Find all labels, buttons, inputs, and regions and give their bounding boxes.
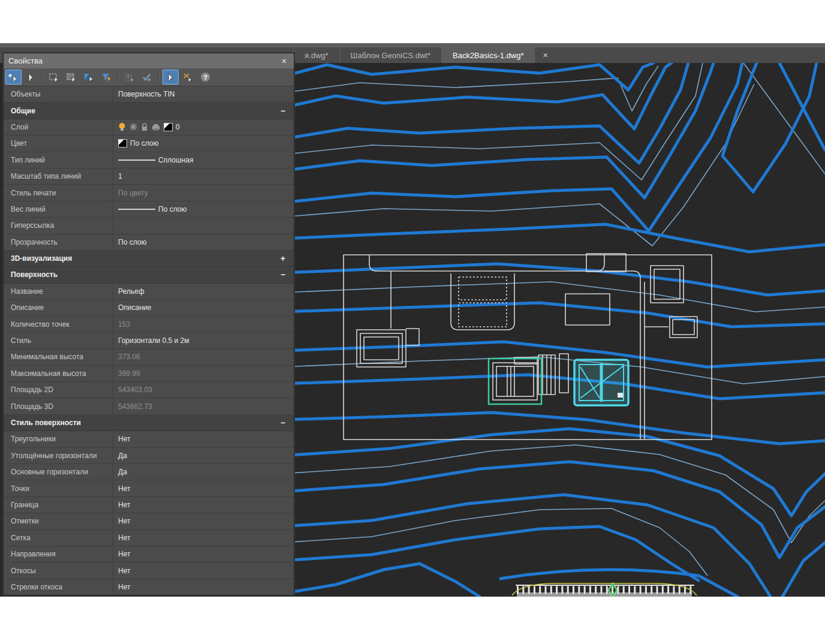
property-row-0-7: ПрозрачностьПо слою <box>4 234 294 251</box>
layer-lock-icon <box>141 123 148 131</box>
property-label: Точки <box>4 480 113 496</box>
toolbar-separator <box>118 72 119 83</box>
section-title: 3D-визуализация <box>11 254 281 263</box>
collapse-icon[interactable]: − <box>281 106 287 116</box>
property-value[interactable]: 543403.03 <box>113 382 294 398</box>
property-value[interactable]: Нет <box>113 546 294 562</box>
property-value[interactable]: 0 <box>113 119 294 135</box>
property-value[interactable]: По слою <box>113 234 294 250</box>
property-label: Максимальная высота <box>4 366 113 381</box>
property-value[interactable]: Да <box>113 464 294 480</box>
property-label: Вес линий <box>4 201 113 217</box>
property-value[interactable]: Рельеф <box>113 284 294 299</box>
property-label: Отметки <box>4 513 113 529</box>
property-label: Название <box>4 284 113 299</box>
collapse-icon[interactable]: − <box>281 270 287 279</box>
property-label: Слой <box>4 119 113 135</box>
property-row-2-7: Площадь 3D543682.73 <box>4 398 294 414</box>
selected-building-right[interactable] <box>574 360 628 405</box>
property-row-2-1: ОписаниеОписание <box>4 300 294 316</box>
property-value[interactable]: 399.99 <box>113 366 294 381</box>
layer-state-icons[interactable] <box>118 122 173 131</box>
property-row-2-6: Площадь 2D543403.03 <box>4 382 294 398</box>
tab-document-0[interactable]: я.dwg* <box>294 47 340 63</box>
property-value[interactable]: Нет <box>113 480 294 496</box>
rect-select-icon[interactable] <box>46 70 62 85</box>
linetype-sample <box>118 209 155 210</box>
property-label: Прозрачность <box>4 234 113 250</box>
property-value[interactable]: Нет <box>113 579 294 595</box>
property-row-0-6: Гиперссылка <box>4 218 294 234</box>
tab-list: я.dwg*Шаблон GeoniCS.dwt*Back2Basics-1.d… <box>294 47 535 63</box>
property-value[interactable]: Нет <box>113 562 294 578</box>
property-value[interactable]: По цвету <box>113 185 294 200</box>
property-label: Цвет <box>4 136 113 151</box>
section-header-3[interactable]: Стиль поверхности− <box>4 415 294 431</box>
property-value[interactable]: 373.06 <box>113 349 294 365</box>
section-header-1[interactable]: 3D-визуализация+ <box>4 251 294 267</box>
property-label: Сетка <box>4 530 113 546</box>
property-label: Объекты <box>4 86 113 102</box>
property-value[interactable]: Описание <box>113 300 294 315</box>
property-label: Описание <box>4 300 113 315</box>
property-label: Площадь 3D <box>4 398 113 414</box>
section-header-2[interactable]: Поверхность− <box>4 267 294 283</box>
property-label: Стиль печати <box>4 185 113 200</box>
section-header-0[interactable]: Общие− <box>4 103 294 119</box>
move-selection-icon[interactable] <box>122 70 138 85</box>
property-row-3-6: СеткаНет <box>4 530 294 546</box>
layer-freeze-sun-icon <box>130 123 137 131</box>
property-value[interactable]: Горизонтали 0.5 и 2м <box>113 333 294 348</box>
cad-application-window: я.dwg*Шаблон GeoniCS.dwt*Back2Basics-1.d… <box>0 43 825 597</box>
crossing-select-icon[interactable] <box>64 70 80 85</box>
property-row-0-5: Вес линийПо слою <box>4 201 294 218</box>
properties-toolbar: ? <box>4 68 294 86</box>
deselect-icon[interactable] <box>180 70 196 85</box>
property-row-2-0: НазваниеРельеф <box>4 284 294 300</box>
property-value[interactable]: По слою <box>113 201 294 217</box>
tab-close-icon[interactable]: × <box>535 47 555 63</box>
property-value[interactable]: 543682.73 <box>113 398 294 414</box>
properties-titlebar[interactable]: Свойства × <box>4 53 294 68</box>
property-row-0-3: Масштаб типа линий1 <box>4 168 294 185</box>
color-swatch[interactable] <box>118 139 127 148</box>
property-row-3-8: ОткосыНет <box>4 562 294 579</box>
property-row-3-9: Стрелки откосаНет <box>4 579 294 595</box>
close-icon[interactable]: × <box>279 56 289 66</box>
property-value[interactable]: Нет <box>113 431 294 447</box>
apply-selection-icon[interactable] <box>139 70 155 85</box>
selection-filter-icon[interactable] <box>98 70 115 85</box>
toolbar-separator <box>42 72 43 83</box>
property-row-3-1: Утолщённые горизонталиДа <box>4 448 294 464</box>
invert-select-icon[interactable] <box>81 70 97 85</box>
tab-document-2[interactable]: Back2Basics-1.dwg* <box>442 47 535 63</box>
add-to-selection-icon[interactable] <box>5 70 22 85</box>
property-value[interactable]: 1 <box>113 168 294 184</box>
properties-panel: Свойства × <box>3 53 294 595</box>
property-value[interactable]: Да <box>113 448 294 464</box>
property-value[interactable]: Нет <box>113 497 294 513</box>
property-value[interactable]: Нет <box>113 530 294 546</box>
property-value[interactable]: 153 <box>113 316 294 332</box>
property-value[interactable]: Нет <box>113 513 294 529</box>
help-icon[interactable]: ? <box>197 70 213 85</box>
property-label: Направления <box>4 546 113 562</box>
svg-text:?: ? <box>203 74 207 81</box>
property-value[interactable]: Поверхность TIN <box>113 86 294 102</box>
collapse-icon[interactable]: − <box>281 418 287 428</box>
property-value[interactable]: По слою <box>113 136 294 151</box>
property-label: Гиперссылка <box>4 218 113 233</box>
property-row-3-4: ГраницаНет <box>4 497 294 513</box>
pointer-mode-icon[interactable] <box>162 70 179 85</box>
property-value[interactable]: Сплошная <box>113 152 294 168</box>
property-value[interactable] <box>113 218 294 233</box>
property-row-0-4: Стиль печатиПо цвету <box>4 185 294 201</box>
property-label: Масштаб типа линий <box>4 168 113 184</box>
toolbar-separator <box>158 72 159 83</box>
tab-document-1[interactable]: Шаблон GeoniCS.dwt* <box>340 47 442 63</box>
select-cursor-icon[interactable] <box>23 70 39 85</box>
property-label: Минимальная высота <box>4 349 113 365</box>
property-label: Стиль <box>4 333 113 348</box>
expand-icon[interactable]: + <box>281 254 287 263</box>
property-label: Тип линий <box>4 152 113 168</box>
